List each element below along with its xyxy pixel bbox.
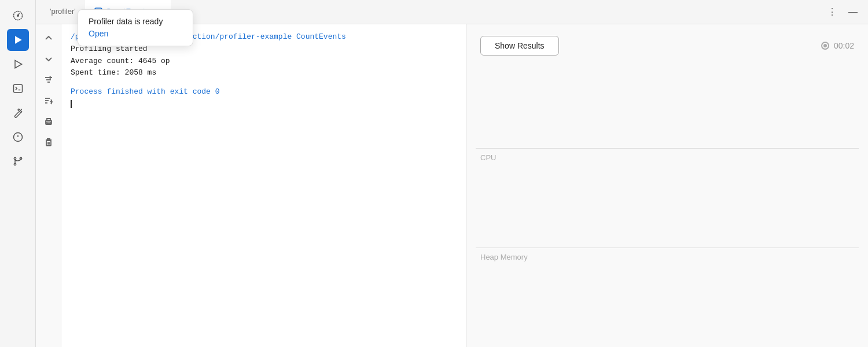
- svg-marker-2: [15, 60, 22, 68]
- print-button[interactable]: [39, 112, 58, 131]
- tab-bar-actions: ⋮ —: [824, 0, 868, 24]
- notification-title: Profiler data is ready: [89, 17, 182, 26]
- timer-display: 00:02: [821, 41, 854, 50]
- svg-rect-20: [46, 141, 51, 146]
- vertical-toolbar: [36, 24, 61, 347]
- svg-point-0: [17, 15, 19, 17]
- cpu-chart-area: [466, 67, 868, 148]
- heap-memory-label: Heap Memory: [466, 248, 868, 266]
- sort-down-button[interactable]: [39, 91, 58, 110]
- console-cursor: [71, 100, 72, 108]
- timer-dot-inner: [823, 44, 827, 47]
- content-area: /profiler-example/out/production/profile…: [36, 24, 868, 347]
- heap-chart-area: [466, 266, 868, 347]
- sidebar-item-hammer[interactable]: [7, 102, 29, 124]
- right-panel: Show Results 00:02 CPU Heap Memory: [466, 24, 868, 347]
- sidebar-item-git[interactable]: [7, 150, 29, 172]
- console-panel[interactable]: /profiler-example/out/production/profile…: [61, 24, 466, 347]
- console-line-5: Process finished with exit code 0: [71, 86, 457, 98]
- svg-point-6: [17, 139, 18, 139]
- sidebar-item-problems[interactable]: [7, 126, 29, 148]
- console-line-3: Average count: 4645 op: [71, 56, 457, 68]
- sidebar-item-run[interactable]: [7, 29, 29, 51]
- more-options-button[interactable]: ⋮: [824, 4, 840, 20]
- svg-rect-3: [13, 84, 22, 92]
- chart-section: CPU Heap Memory: [466, 67, 868, 347]
- right-panel-top: Show Results 00:02: [466, 24, 868, 67]
- profiler-notification-popup: Profiler data is ready Open: [78, 9, 193, 46]
- svg-marker-1: [15, 36, 22, 43]
- svg-point-9: [14, 163, 16, 165]
- memory-chart-area: [466, 167, 868, 248]
- show-results-button[interactable]: Show Results: [480, 36, 559, 56]
- notification-open-link[interactable]: Open: [89, 29, 108, 38]
- timer-icon: [821, 42, 829, 50]
- console-cursor-line: [71, 98, 457, 110]
- minimize-button[interactable]: —: [845, 4, 861, 20]
- console-line-4: Spent time: 2058 ms: [71, 67, 457, 79]
- scroll-up-button[interactable]: [39, 29, 58, 47]
- filter-button[interactable]: [39, 71, 58, 89]
- sidebar-item-gauge[interactable]: [7, 5, 29, 27]
- cpu-label: CPU: [466, 149, 868, 167]
- sidebar-item-build[interactable]: [7, 53, 29, 75]
- sidebar: [0, 0, 36, 347]
- svg-rect-19: [47, 122, 50, 124]
- main-area: Profiler data is ready Open 'profiler' C…: [36, 0, 868, 347]
- timer-value: 00:02: [834, 41, 854, 50]
- scroll-down-button[interactable]: [39, 50, 58, 68]
- svg-point-7: [14, 157, 16, 159]
- sidebar-item-terminal[interactable]: [7, 77, 29, 99]
- delete-button[interactable]: [39, 133, 58, 152]
